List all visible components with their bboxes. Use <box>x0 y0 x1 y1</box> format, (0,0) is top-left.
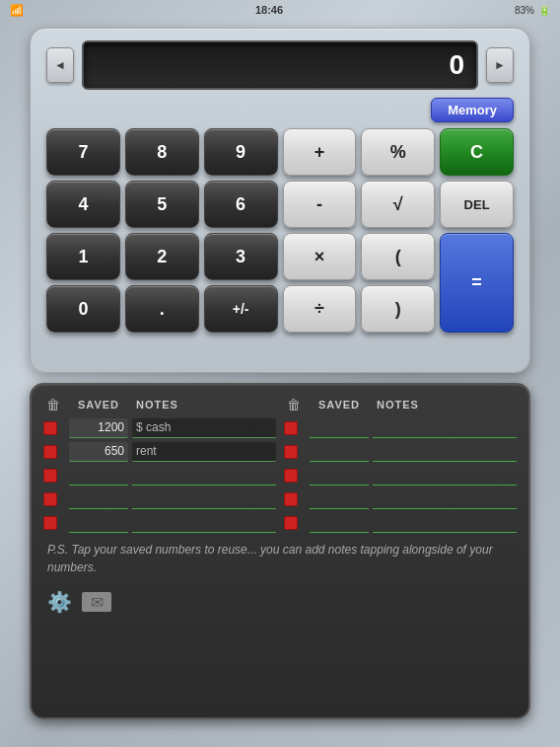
row-checkbox[interactable] <box>284 445 298 459</box>
btn-4[interactable]: 4 <box>46 181 120 228</box>
btn-7[interactable]: 7 <box>46 128 120 176</box>
btn-dot[interactable]: . <box>125 285 199 333</box>
row-empty-note[interactable] <box>132 513 276 533</box>
btn-equals[interactable]: = <box>440 233 514 333</box>
row-checkbox[interactable] <box>284 469 298 483</box>
row-checkbox[interactable] <box>43 492 57 506</box>
btn-8[interactable]: 8 <box>125 128 199 176</box>
row-empty-value[interactable] <box>310 513 369 533</box>
row-note[interactable]: rent <box>132 442 276 462</box>
row-note[interactable]: $ cash <box>132 418 276 438</box>
battery-icon: 🔋 <box>538 5 550 16</box>
notepad-col1-header: 🗑 SAVED NOTES <box>43 395 276 414</box>
notepad-row <box>284 418 517 438</box>
notepad-row <box>43 466 276 486</box>
btn-multiply[interactable]: × <box>283 233 357 280</box>
row-checkbox[interactable] <box>43 421 57 435</box>
row-empty-value[interactable] <box>310 442 369 462</box>
bottom-icons: ⚙️ <box>43 586 517 618</box>
nav-left-button[interactable]: ◄ <box>46 47 74 83</box>
status-left: 📶 <box>10 4 24 17</box>
col2-saved-label: SAVED <box>310 399 369 411</box>
status-time: 18:46 <box>255 4 283 16</box>
row-value[interactable]: 650 <box>69 442 128 462</box>
row-empty-value[interactable] <box>69 466 128 486</box>
settings-icon[interactable]: ⚙️ <box>47 590 72 614</box>
row-checkbox[interactable] <box>43 445 57 459</box>
notepad-panel: 🗑 SAVED NOTES 1200 $ cash 650 rent <box>30 383 530 719</box>
btn-2[interactable]: 2 <box>125 233 199 280</box>
row-empty-note[interactable] <box>373 466 517 486</box>
row-checkbox[interactable] <box>284 516 298 530</box>
status-right: 83% 🔋 <box>515 5 550 16</box>
calculator-panel: ◄ 0 ► Memory 7 8 9 + % C 4 5 6 - √ DEL 1… <box>30 28 530 373</box>
col1-saved-label: SAVED <box>69 399 128 411</box>
btn-lparen[interactable]: ( <box>361 233 435 280</box>
btn-5[interactable]: 5 <box>125 181 199 228</box>
row-empty-note[interactable] <box>132 466 276 486</box>
notepad-col1-rows: 1200 $ cash 650 rent <box>43 418 276 533</box>
btn-divide[interactable]: ÷ <box>283 285 357 333</box>
row-empty-value[interactable] <box>310 466 369 486</box>
notepad-row <box>284 513 517 533</box>
btn-1[interactable]: 1 <box>46 233 120 280</box>
status-bar: 📶 18:46 83% 🔋 <box>0 0 560 20</box>
row-checkbox[interactable] <box>284 421 298 435</box>
row-empty-value[interactable] <box>310 418 369 438</box>
btn-sqrt[interactable]: √ <box>361 181 435 228</box>
notepad-col1: 🗑 SAVED NOTES 1200 $ cash 650 rent <box>43 395 276 533</box>
row-value[interactable]: 1200 <box>69 418 128 438</box>
btn-neg[interactable]: +/- <box>204 285 278 333</box>
display-screen: 0 <box>82 40 478 90</box>
btn-3[interactable]: 3 <box>204 233 278 280</box>
row-empty-note[interactable] <box>373 489 517 509</box>
btn-plus[interactable]: + <box>283 128 357 176</box>
notepad-columns: 🗑 SAVED NOTES 1200 $ cash 650 rent <box>43 395 517 533</box>
trash-icon-col1[interactable]: 🗑 <box>43 395 63 414</box>
notepad-row <box>284 442 517 462</box>
btn-9[interactable]: 9 <box>204 128 278 176</box>
row-empty-note[interactable] <box>373 513 517 533</box>
battery-label: 83% <box>515 5 534 16</box>
notepad-row <box>284 489 517 509</box>
row-checkbox[interactable] <box>43 469 57 483</box>
display-value: 0 <box>449 49 464 81</box>
btn-minus[interactable]: - <box>283 181 357 228</box>
notepad-row <box>43 489 276 509</box>
nav-right-button[interactable]: ► <box>486 47 514 83</box>
col1-notes-label: NOTES <box>132 399 276 411</box>
calc-grid: 7 8 9 + % C 4 5 6 - √ DEL 1 2 3 × ( = 0 … <box>46 128 514 333</box>
row-empty-value[interactable] <box>310 489 369 509</box>
display-row: ◄ 0 ► <box>46 40 514 90</box>
row-empty-note[interactable] <box>132 489 276 509</box>
notepad-col2-rows <box>284 418 517 533</box>
notepad-row: 1200 $ cash <box>43 418 276 438</box>
btn-0[interactable]: 0 <box>46 285 120 333</box>
row-empty-note[interactable] <box>373 418 517 438</box>
wifi-icon: 📶 <box>10 4 24 17</box>
row-empty-value[interactable] <box>69 489 128 509</box>
notepad-row <box>43 513 276 533</box>
btn-6[interactable]: 6 <box>204 181 278 228</box>
ps-text: P.S. Tap your saved numbers to reuse... … <box>43 541 517 576</box>
notepad-col2-header: 🗑 SAVED NOTES <box>284 395 517 414</box>
notepad-col2: 🗑 SAVED NOTES <box>284 395 517 533</box>
row-empty-note[interactable] <box>373 442 517 462</box>
notepad-row: 650 rent <box>43 442 276 462</box>
btn-del[interactable]: DEL <box>440 181 514 228</box>
col2-notes-label: NOTES <box>373 399 517 411</box>
memory-row: Memory <box>46 98 514 122</box>
row-empty-value[interactable] <box>69 513 128 533</box>
memory-button[interactable]: Memory <box>431 98 514 122</box>
notepad-row <box>284 466 517 486</box>
row-checkbox[interactable] <box>284 492 298 506</box>
btn-percent[interactable]: % <box>361 128 435 176</box>
trash-icon-col2[interactable]: 🗑 <box>284 395 304 414</box>
mail-icon[interactable] <box>82 592 111 612</box>
btn-rparen[interactable]: ) <box>361 285 435 333</box>
row-checkbox[interactable] <box>43 516 57 530</box>
btn-clear[interactable]: C <box>440 128 514 176</box>
